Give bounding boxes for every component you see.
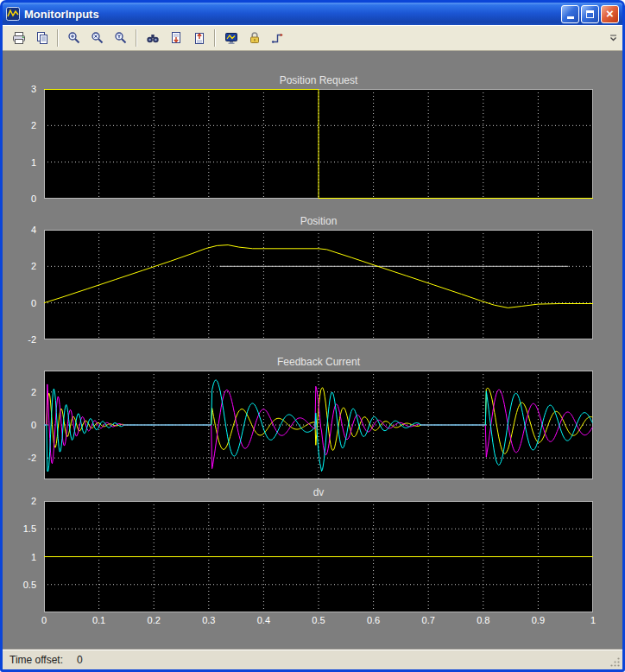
y-axis-labels: 420-2 [3, 230, 41, 339]
parameters-button[interactable] [30, 28, 54, 49]
y-tick-label: 1 [3, 552, 36, 562]
y-tick-label: 4 [3, 225, 36, 235]
x-tick-label: 0.4 [249, 615, 278, 626]
x-tick-label: 0.8 [469, 615, 498, 626]
scope-icon [6, 7, 20, 21]
x-tick-label: 0.5 [304, 615, 333, 626]
zoom-icon [67, 31, 81, 45]
time-offset-value: 0 [77, 654, 83, 666]
minimize-button[interactable] [561, 5, 579, 23]
window-controls: × [561, 5, 619, 23]
print-icon [12, 31, 26, 45]
y-tick-label: 2 [3, 387, 36, 397]
restore-axes-icon [193, 31, 206, 45]
lock-axes-icon [248, 31, 262, 45]
x-tick-label: 0.2 [139, 615, 168, 626]
x-axis-labels: 00.10.20.30.40.50.60.70.80.91 [44, 615, 593, 627]
plot-feedback-current[interactable] [44, 371, 593, 479]
x-tick-label: 0 [29, 615, 59, 626]
x-tick-label: 1 [578, 615, 608, 626]
scope-window: MonitorInputs × [0, 0, 625, 672]
x-tick-label: 0.9 [523, 615, 552, 626]
autoscale-button[interactable] [141, 28, 164, 49]
titlebar[interactable]: MonitorInputs × [3, 3, 622, 25]
statusbar: Time offset: 0 [3, 650, 622, 669]
y-tick-label: -2 [3, 453, 36, 463]
toolbar-overflow-chevron [609, 35, 617, 42]
toolbar-separator [57, 29, 59, 47]
restore-axes-button[interactable] [187, 28, 211, 49]
floating-scope-button[interactable] [219, 28, 243, 49]
floating-scope-icon [224, 31, 238, 45]
minimize-icon [567, 16, 574, 19]
close-icon: × [606, 7, 614, 20]
y-tick-label: 0 [3, 420, 36, 430]
plot-position-request[interactable] [44, 89, 593, 199]
toolbar [3, 25, 622, 51]
x-tick-label: 0.6 [359, 615, 388, 626]
save-axes-icon [169, 31, 183, 45]
maximize-icon [586, 10, 594, 18]
zoom-y-button[interactable] [109, 28, 132, 49]
y-axis-labels: 20-2 [3, 371, 41, 479]
autoscale-icon [146, 31, 160, 45]
zoom-button[interactable] [62, 28, 85, 49]
y-tick-label: 1 [3, 157, 36, 168]
time-offset-label: Time offset: [9, 654, 63, 666]
print-button[interactable] [7, 28, 30, 49]
plot-title-feedback-current: Feedback Current [44, 355, 593, 369]
plot-position[interactable] [44, 230, 593, 339]
toolbar-separator [214, 29, 216, 47]
figure-area: Position Request 3210 Position 420-2 Fee… [3, 51, 622, 650]
plot-canvas [44, 371, 593, 479]
save-axes-button[interactable] [164, 28, 187, 49]
y-tick-label: 0 [3, 298, 36, 308]
plot-title-position-request: Position Request [44, 73, 593, 87]
y-tick-label: 1.5 [3, 523, 36, 534]
close-button[interactable]: × [601, 5, 619, 23]
zoom-y-icon [114, 31, 128, 45]
plot-canvas [44, 89, 593, 199]
x-tick-label: 0.7 [414, 615, 443, 626]
plot-title-dv: dv [44, 485, 593, 499]
y-tick-label: 0 [3, 193, 36, 204]
plot-background [44, 230, 593, 339]
x-tick-label: 0.1 [85, 615, 114, 626]
x-tick-label: 0.3 [194, 615, 224, 626]
y-axis-labels: 3210 [3, 89, 41, 199]
plot-canvas [44, 501, 593, 612]
y-axis-labels: 21.510.5 [3, 501, 41, 612]
plot-dv[interactable] [44, 501, 593, 612]
lock-axes-button[interactable] [243, 28, 266, 49]
y-tick-label: 0.5 [3, 580, 36, 590]
parameters-icon [35, 31, 49, 45]
y-tick-label: 2 [3, 261, 36, 271]
zoom-x-button[interactable] [85, 28, 109, 49]
y-tick-label: 3 [3, 84, 36, 94]
resize-grip[interactable] [609, 656, 621, 668]
window-title: MonitorInputs [24, 8, 557, 21]
plot-canvas [44, 230, 593, 339]
zoom-x-icon [91, 31, 104, 45]
y-tick-label: 2 [3, 496, 36, 506]
maximize-button[interactable] [581, 5, 599, 23]
y-tick-label: -2 [3, 334, 36, 345]
signal-selection-button[interactable] [266, 28, 289, 49]
toolbar-overflow-button[interactable] [608, 29, 618, 47]
plot-title-position: Position [44, 214, 593, 228]
signal-selection-icon [271, 31, 285, 45]
toolbar-separator [136, 29, 137, 47]
y-tick-label: 2 [3, 120, 36, 130]
